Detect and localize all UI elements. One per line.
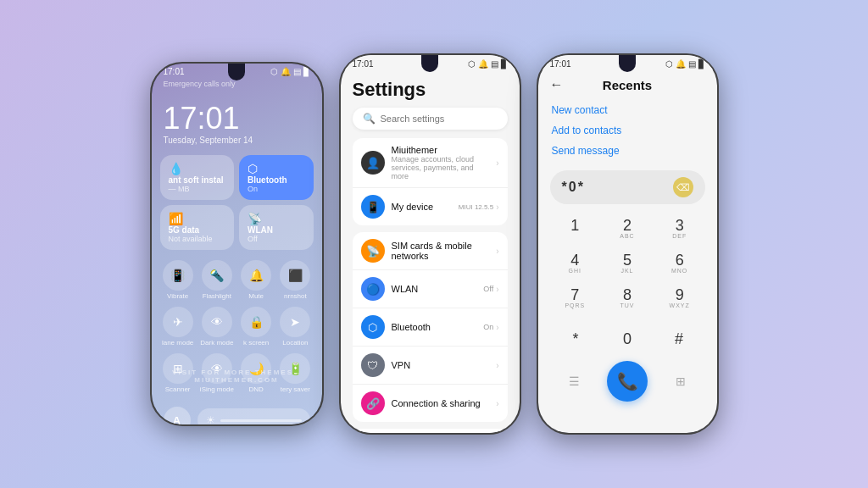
settings-item-device[interactable]: 📱 My device MIUI 12.5.5 › [353, 188, 508, 225]
cc-tile-5g[interactable]: 📶 5G data Not available [160, 205, 235, 250]
back-button[interactable]: ← [550, 77, 564, 92]
sim-icon: 📡 [361, 239, 385, 263]
location-btn[interactable]: ➤ Location [277, 307, 313, 347]
bt-tile-icon: ⬡ [248, 162, 305, 175]
user-avatar[interactable]: A [164, 407, 191, 424]
battery-icon-2: ▊ [501, 59, 508, 69]
recents-header: ← Recents [538, 70, 717, 99]
dial-key-2[interactable]: 2 ABC [602, 213, 653, 246]
cc-tiles-grid: 💧 ant soft instal — MB ⬡ Bluetooth On 📶 … [152, 148, 322, 257]
lockscreen-btn[interactable]: 🔒 k screen [238, 307, 274, 347]
ising-label: iSing mode [200, 385, 234, 393]
settings-item-bluetooth[interactable]: ⬡ Bluetooth On › [353, 308, 508, 347]
battery-label: tery saver [281, 385, 310, 393]
dialer-display: *0* ⌫ [550, 170, 705, 204]
dnd-label: DND [248, 385, 263, 393]
dial-sub-6: MNO [671, 268, 687, 275]
dial-key-6[interactable]: 6 MNO [654, 247, 705, 280]
flashlight-label: Flashlight [203, 292, 231, 300]
wlan-tile-sub: Off [248, 235, 305, 243]
darkmode-icon: 👁 [202, 307, 232, 337]
cc-tile-wlan[interactable]: 📡 WLAN Off [239, 205, 314, 250]
grid-icon[interactable]: ⊞ [665, 366, 696, 396]
dial-sub-2: ABC [620, 233, 634, 241]
sim-label: SIM cards & mobile networks [392, 241, 490, 261]
settings-item-connection[interactable]: 🔗 Connection & sharing › [353, 385, 508, 422]
account-text: Miuithemer Manage accounts, cloud servic… [392, 145, 490, 180]
account-sub: Manage accounts, cloud services, payment… [392, 155, 490, 180]
wifi-icon-2: ▤ [491, 59, 498, 69]
dial-sub-5: JKL [620, 268, 633, 275]
settings-page-title: Settings [353, 70, 508, 108]
dial-num-1: 1 [570, 218, 579, 233]
settings-section-personalization: 🎨 Wallpaper & personalization › 🔒 Always… [353, 429, 508, 433]
location-label: Location [282, 339, 308, 347]
wlan-tile-label: WLAN [248, 225, 305, 235]
cc-tile-bluetooth[interactable]: ⬡ Bluetooth On [239, 155, 314, 200]
dial-key-8[interactable]: 8 TUV [602, 282, 653, 315]
wlan-chevron: › [496, 285, 498, 294]
bt-s-right: On › [483, 323, 498, 332]
dial-sub-4: GHI [569, 268, 581, 275]
miui-version: MIUI 12.5.5 [459, 203, 493, 211]
dial-key-1[interactable]: 1 [550, 213, 601, 246]
wlan-s-right: Off › [483, 285, 498, 294]
cc-tile-data[interactable]: 💧 ant soft instal — MB [160, 155, 235, 200]
dial-sub-8: TUV [620, 302, 634, 310]
device-icon: 📱 [361, 195, 385, 219]
mute-btn[interactable]: 🔔 Mute [238, 260, 274, 300]
sim-chevron: › [496, 247, 498, 256]
dialpad-grid: 1 2 ABC 3 DEF 4 GHI 5 JKL 6 MNO [538, 209, 717, 319]
dial-actions-bar: ☰ 📞 ⊞ [538, 359, 717, 407]
phone-dialer: 17:01 ⬡ 🔔 ▤ ▊ ← Recents New contact Add … [537, 53, 719, 435]
cc-bottom-bar: A ☀ [152, 400, 322, 424]
lockscreen-label: k screen [243, 339, 269, 347]
wlan-s-text: WLAN [392, 284, 477, 294]
bt-tile-sub: On [248, 185, 305, 193]
account-icon: 👤 [361, 151, 385, 175]
bt-chevron: › [496, 323, 498, 332]
brightness-slider[interactable]: ☀ [198, 408, 310, 424]
battery-icon: ▊ [303, 67, 310, 76]
send-message-link[interactable]: Send message [552, 145, 704, 157]
dial-num-4: 4 [570, 252, 579, 268]
device-label: My device [392, 202, 452, 212]
airplane-icon: ✈ [163, 307, 193, 337]
settings-item-wlan[interactable]: 🔵 WLAN Off › [353, 270, 508, 308]
settings-item-wallpaper[interactable]: 🎨 Wallpaper & personalization › [353, 429, 508, 433]
darkmode-btn[interactable]: 👁 Dark mode [199, 307, 235, 347]
vibrate-btn[interactable]: 📳 Vibrate [160, 260, 196, 300]
dialer-number: *0* [562, 180, 585, 195]
new-contact-link[interactable]: New contact [552, 104, 704, 116]
dial-key-0[interactable]: 0 [610, 322, 644, 356]
phone-notch [228, 64, 245, 80]
dial-key-4[interactable]: 4 GHI [550, 247, 601, 280]
bt-icon-3: ⬡ [665, 59, 673, 69]
watermark-text: VISIT FOR MORE THEMES - MIUITHEMER.COM [152, 369, 322, 384]
status-icons-1: ⬡ 🔔 ▤ ▊ [270, 67, 310, 76]
dial-num-8: 8 [623, 287, 632, 302]
dial-key-3[interactable]: 3 DEF [654, 213, 705, 246]
settings-item-account[interactable]: 👤 Miuithemer Manage accounts, cloud serv… [353, 138, 508, 188]
settings-item-sim[interactable]: 📡 SIM cards & mobile networks › [353, 232, 508, 270]
dial-key-hash[interactable]: # [662, 322, 696, 356]
add-to-contacts-link[interactable]: Add to contacts [552, 125, 704, 136]
connection-icon: 🔗 [361, 391, 385, 415]
dial-key-7[interactable]: 7 PQRS [550, 282, 601, 315]
hash-symbol: # [675, 330, 683, 348]
search-input[interactable] [381, 114, 498, 124]
airplane-btn[interactable]: ✈ lane mode [160, 307, 196, 347]
settings-search-bar[interactable]: 🔍 [353, 108, 508, 130]
settings-item-vpn[interactable]: 🛡 VPN › [353, 347, 508, 385]
screenshot-btn[interactable]: ⬛ nrnshot [277, 260, 313, 300]
cc-date: Tuesday, September 14 [164, 136, 310, 145]
backspace-button[interactable]: ⌫ [673, 177, 693, 197]
dial-key-star[interactable]: * [559, 322, 593, 356]
dial-key-9[interactable]: 9 WXYZ [654, 282, 705, 315]
call-button[interactable]: 📞 [607, 361, 648, 402]
dial-key-5[interactable]: 5 JKL [602, 247, 653, 280]
wlan-icon: 🔵 [361, 277, 385, 301]
bt-status-icon-2: ⬡ [468, 59, 476, 69]
flashlight-btn[interactable]: 🔦 Flashlight [199, 260, 235, 300]
dialpad-menu-icon[interactable]: ☰ [559, 366, 589, 396]
